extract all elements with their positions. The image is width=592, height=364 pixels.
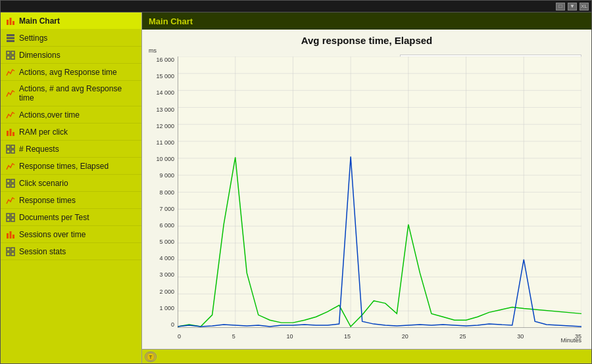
- sidebar-item-label: Session stats: [19, 247, 66, 256]
- svg-rect-10: [7, 131, 9, 136]
- svg-rect-13: [7, 145, 10, 148]
- svg-rect-24: [11, 218, 14, 221]
- svg-rect-8: [7, 56, 10, 59]
- x-axis: 0 5 10 15 20 25 30 35: [178, 333, 581, 340]
- app-container: □ ▼ XL Main Chart Settings: [0, 0, 592, 364]
- sidebar-item-main-chart[interactable]: Main Chart: [1, 12, 141, 30]
- chart-icon: [6, 68, 15, 77]
- sidebar-item-label: Actions, avg Response time: [19, 68, 117, 77]
- sidebar-item-response-times[interactable]: Response times: [1, 192, 141, 209]
- chart-icon: [6, 16, 15, 26]
- sidebar-item-actions-num-avg[interactable]: Actions, # and avg Response time: [1, 81, 141, 106]
- svg-rect-22: [11, 214, 14, 217]
- sidebar-item-label: RAM per click: [19, 127, 68, 137]
- dimensions-icon: [6, 51, 15, 60]
- sidebar-item-settings[interactable]: Settings: [1, 30, 141, 47]
- x-label: 15: [344, 333, 351, 340]
- sidebar-item-label: Settings: [19, 34, 47, 43]
- sidebar: Main Chart Settings Dimensions Actions, …: [1, 12, 142, 363]
- sidebar-item-session-stats[interactable]: Session stats: [1, 243, 141, 260]
- chart-icon: [6, 89, 15, 98]
- sidebar-item-label: Documents per Test: [19, 213, 89, 222]
- svg-rect-15: [7, 150, 10, 153]
- y-label: 15 000: [156, 73, 174, 80]
- sidebar-item-actions-avg[interactable]: Actions, avg Response time: [1, 64, 141, 81]
- y-label: 13 000: [156, 106, 174, 113]
- sidebar-item-label: Response times, Elapsed: [19, 162, 109, 171]
- sidebar-item-response-times-elapsed[interactable]: Response times, Elapsed: [1, 158, 141, 175]
- main-content: Main Chart Settings Dimensions Actions, …: [1, 12, 591, 363]
- svg-chart-area: [178, 57, 581, 328]
- y-label: 10 000: [156, 156, 174, 162]
- svg-rect-18: [11, 179, 14, 183]
- svg-rect-29: [11, 248, 14, 251]
- svg-rect-0: [7, 20, 9, 25]
- svg-rect-9: [11, 56, 14, 59]
- grid-icon: [6, 247, 15, 256]
- sidebar-item-label: Main Chart: [19, 16, 60, 26]
- chart-header: Main Chart: [142, 12, 591, 30]
- sidebar-item-label: Actions,over time: [19, 110, 80, 120]
- svg-rect-1: [10, 18, 12, 25]
- sidebar-item-dimensions[interactable]: Dimensions: [1, 47, 141, 64]
- chart-svg: [178, 57, 581, 328]
- svg-rect-12: [12, 132, 14, 136]
- chart-container: 16 000 15 000 14 000 13 000 12 000 11 00…: [149, 57, 585, 342]
- svg-rect-16: [11, 150, 14, 153]
- chart-title: Avg response time, Elapsed: [149, 35, 585, 46]
- y-label: 14 000: [156, 89, 174, 96]
- svg-rect-30: [7, 252, 10, 256]
- sidebar-item-documents-per-test[interactable]: Documents per Test: [1, 209, 141, 226]
- sidebar-item-ram-per-click[interactable]: RAM per click: [1, 124, 141, 141]
- y-label: 9 000: [159, 172, 174, 179]
- xl-icon[interactable]: XL: [580, 3, 589, 11]
- sidebar-item-actions-over-time[interactable]: Actions,over time: [1, 106, 141, 124]
- x-label: 10: [286, 333, 293, 340]
- y-label: 2 000: [159, 288, 174, 295]
- restore-icon[interactable]: ▼: [568, 3, 577, 11]
- sidebar-item-label: # Requests: [19, 145, 59, 154]
- chart-icon: [6, 110, 15, 120]
- settings-icon: [6, 34, 15, 43]
- svg-rect-27: [12, 235, 14, 239]
- y-label: 0: [171, 321, 174, 328]
- sidebar-item-label: Actions, # and avg Response time: [19, 84, 136, 102]
- bottom-test-icon[interactable]: T: [145, 352, 157, 362]
- minimize-icon[interactable]: □: [556, 3, 565, 11]
- grid-icon: [6, 145, 15, 154]
- svg-rect-31: [11, 252, 14, 256]
- x-label: 25: [460, 333, 466, 340]
- sidebar-item-click-scenario[interactable]: Click scenario: [1, 175, 141, 192]
- x-label: 0: [178, 333, 181, 340]
- svg-rect-17: [7, 179, 10, 183]
- y-label: 16 000: [156, 57, 174, 63]
- svg-text:T: T: [149, 354, 153, 360]
- bottom-bar: T: [142, 349, 591, 363]
- svg-rect-26: [10, 231, 12, 239]
- grid-icon: [6, 179, 15, 188]
- svg-rect-7: [11, 51, 14, 55]
- x-label: 20: [402, 333, 408, 340]
- y-label: 4 000: [159, 255, 174, 262]
- chart-icon: [6, 230, 15, 239]
- sidebar-item-label: Response times: [19, 196, 76, 205]
- y-label: 7 000: [159, 206, 174, 212]
- y-label: 5 000: [159, 239, 174, 245]
- y-label: 3 000: [159, 271, 174, 278]
- y-label: 11 000: [156, 139, 174, 146]
- chart-icon: [6, 127, 15, 137]
- y-axis-unit: ms: [149, 47, 157, 54]
- svg-rect-2: [12, 21, 14, 25]
- chart-icon: [6, 162, 15, 171]
- svg-rect-11: [10, 129, 12, 136]
- svg-rect-25: [7, 233, 9, 239]
- svg-rect-19: [7, 184, 10, 187]
- sidebar-item-label: Dimensions: [19, 51, 61, 60]
- x-label: 30: [517, 333, 524, 340]
- sidebar-item-num-requests[interactable]: # Requests: [1, 141, 141, 158]
- svg-rect-6: [7, 51, 10, 55]
- y-label: 12 000: [156, 123, 174, 129]
- y-label: 1 000: [159, 305, 174, 311]
- chart-icon: [6, 196, 15, 205]
- sidebar-item-sessions-over-time[interactable]: Sessions over time: [1, 226, 141, 243]
